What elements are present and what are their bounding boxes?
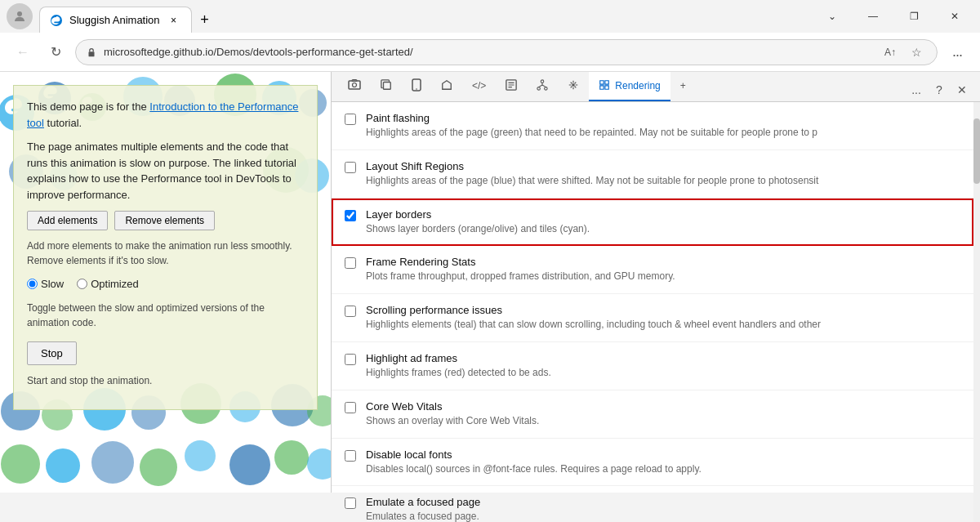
rendering-desc-paint-flashing: Highlights areas of the page (green) tha… <box>366 126 960 140</box>
rendering-text-layout-shift: Layout Shift RegionsHighlights areas of … <box>366 160 960 188</box>
rendering-text-emulate-focused: Emulate a focused pageEmulates a focused… <box>366 496 960 522</box>
rendering-desc-frame-rendering: Plots frame throughput, dropped frames d… <box>366 270 960 283</box>
rendering-tab-label: Rendering <box>615 80 660 91</box>
device-icon <box>412 78 421 94</box>
tab-copy[interactable] <box>371 72 402 101</box>
refresh-button[interactable]: ↻ <box>42 39 69 65</box>
hint-text: Add more elements to make the animation … <box>27 239 304 268</box>
rendering-title-highlight-ads: Highlight ad frames <box>366 352 960 364</box>
tab-close-button[interactable]: × <box>167 13 181 28</box>
rendering-title-paint-flashing: Paint flashing <box>366 112 960 124</box>
tab-bar: Sluggish Animation × + <box>39 0 807 33</box>
svg-point-24 <box>46 448 80 483</box>
intro-text: This demo page is for the <box>27 100 149 113</box>
svg-point-32 <box>353 83 357 87</box>
svg-point-29 <box>274 440 309 475</box>
address-text: microsoftedge.github.io/Demos/devtools-p… <box>104 46 413 58</box>
scrollbar-track[interactable] <box>973 102 980 522</box>
checkbox-core-web-vitals[interactable] <box>345 402 356 413</box>
rendering-item-scrolling-perf: Scrolling performance issuesHighlights e… <box>332 294 973 342</box>
console-icon: </> <box>472 80 486 91</box>
new-tab-button[interactable]: + <box>192 7 218 33</box>
tab-network[interactable] <box>527 72 558 101</box>
rendering-desc-disable-fonts: Disables local() sources in @font-face r… <box>366 462 960 476</box>
tab-console[interactable]: </> <box>462 72 496 101</box>
restore-button[interactable]: ❐ <box>895 3 933 29</box>
rendering-desc-emulate-focused: Emulates a focused page. <box>366 510 960 522</box>
rendering-item-emulate-focused: Emulate a focused pageEmulates a focused… <box>332 486 973 522</box>
title-bar: Sluggish Animation × + ⌄ — ❐ ✕ <box>0 0 980 33</box>
checkbox-disable-fonts[interactable] <box>345 450 356 462</box>
rendering-text-layer-borders: Layer bordersShows layer borders (orange… <box>366 208 960 236</box>
dropdown-button[interactable]: ⌄ <box>813 3 851 29</box>
tab-elements[interactable] <box>431 72 462 101</box>
rendering-text-frame-rendering: Frame Rendering StatsPlots frame through… <box>366 256 960 283</box>
rendering-text-scrolling-perf: Scrolling performance issuesHighlights e… <box>366 304 960 332</box>
rendering-item-frame-rendering: Frame Rendering StatsPlots frame through… <box>332 246 973 294</box>
svg-point-26 <box>140 448 177 486</box>
optimized-radio[interactable] <box>77 279 87 289</box>
performance-icon <box>568 79 579 93</box>
optimized-radio-label[interactable]: Optimized <box>77 276 139 292</box>
back-button[interactable]: ← <box>10 39 36 65</box>
checkbox-paint-flashing[interactable] <box>345 114 356 125</box>
minimize-button[interactable]: — <box>854 3 892 29</box>
lock-icon <box>86 47 97 58</box>
devtools-more-button[interactable]: ... <box>905 78 928 101</box>
checkbox-highlight-ads[interactable] <box>345 354 356 365</box>
devtools-help-button[interactable]: ? <box>928 78 951 101</box>
read-aloud-button[interactable]: A↑ <box>880 42 901 63</box>
svg-point-0 <box>17 11 22 16</box>
more-tools-button[interactable]: ... <box>944 39 970 65</box>
checkbox-scrolling-perf[interactable] <box>345 306 356 317</box>
rendering-item-layer-borders: Layer bordersShows layer borders (orange… <box>332 199 973 247</box>
devtools-tab-bar: </> Rendering <box>332 72 980 102</box>
rendering-text-paint-flashing: Paint flashingHighlights areas of the pa… <box>366 112 960 140</box>
tab-screenshot[interactable] <box>338 72 371 101</box>
stop-hint: Start and stop the animation. <box>27 373 304 388</box>
rendering-item-core-web-vitals: Core Web VitalsShows an overlay with Cor… <box>332 390 973 439</box>
remove-elements-button[interactable]: Remove elements <box>114 211 215 230</box>
rendering-item-paint-flashing: Paint flashingHighlights areas of the pa… <box>332 102 973 150</box>
tab-sources[interactable] <box>496 72 527 101</box>
svg-point-39 <box>537 87 541 90</box>
rendering-text-disable-fonts: Disable local fontsDisables local() sour… <box>366 448 960 476</box>
main-content: This demo page is for the Introduction t… <box>0 72 980 493</box>
checkbox-frame-rendering[interactable] <box>345 257 356 269</box>
tab-add[interactable]: + <box>670 72 696 101</box>
address-field[interactable]: microsoftedge.github.io/Demos/devtools-p… <box>75 39 938 65</box>
svg-point-23 <box>1 444 40 484</box>
rendering-item-disable-fonts: Disable local fontsDisables local() sour… <box>332 439 973 487</box>
svg-point-38 <box>541 79 545 83</box>
checkbox-emulate-focused[interactable] <box>345 497 356 509</box>
rendering-text-highlight-ads: Highlight ad framesHighlights frames (re… <box>366 352 960 380</box>
tab-rendering[interactable]: Rendering <box>589 72 670 101</box>
svg-point-25 <box>91 441 134 484</box>
rendering-title-disable-fonts: Disable local fonts <box>366 448 960 461</box>
devtools-close-button[interactable]: ✕ <box>951 78 973 101</box>
close-button[interactable]: ✕ <box>936 3 973 29</box>
devtools-panel: </> Rendering <box>331 72 980 493</box>
screenshot-icon <box>348 79 361 93</box>
rendering-desc-highlight-ads: Highlights frames (red) detected to be a… <box>366 366 960 380</box>
rendering-title-emulate-focused: Emulate a focused page <box>366 496 960 508</box>
stop-button[interactable]: Stop <box>27 341 77 365</box>
slow-radio-label[interactable]: Slow <box>27 276 64 292</box>
active-tab[interactable]: Sluggish Animation × <box>39 7 192 33</box>
add-elements-button[interactable]: Add elements <box>27 211 108 230</box>
checkbox-layout-shift[interactable] <box>345 162 356 173</box>
favorites-button[interactable]: ☆ <box>906 42 927 63</box>
svg-rect-34 <box>384 82 391 89</box>
svg-rect-2 <box>89 51 95 56</box>
checkbox-layer-borders[interactable] <box>345 210 356 221</box>
tab-device[interactable] <box>402 72 431 101</box>
user-avatar[interactable] <box>7 3 33 29</box>
rendering-desc-core-web-vitals: Shows an overlay with Core Web Vitals. <box>366 414 960 428</box>
tab-performance[interactable] <box>558 72 589 101</box>
intro-suffix: tutorial. <box>44 117 82 129</box>
rendering-title-layer-borders: Layer borders <box>366 208 960 221</box>
svg-point-40 <box>545 87 548 90</box>
optimized-radio-text: Optimized <box>91 276 139 292</box>
scrollbar-thumb[interactable] <box>973 118 980 184</box>
slow-radio[interactable] <box>27 279 38 289</box>
